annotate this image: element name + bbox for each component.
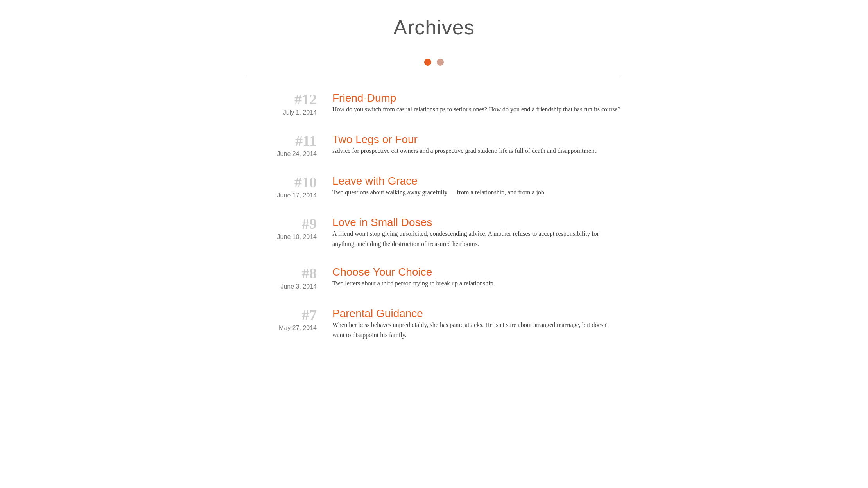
item-left-4: #8 June 3, 2014 [246,266,332,290]
item-number-0: #12 [294,92,317,107]
item-left-0: #12 July 1, 2014 [246,92,332,116]
item-description-2: Two questions about walking away gracefu… [332,187,622,197]
item-right-5: Parental Guidance When her boss behaves … [332,307,622,340]
item-date-4: June 3, 2014 [280,283,317,290]
item-date-0: July 1, 2014 [283,109,317,116]
item-left-5: #7 May 27, 2014 [246,307,332,332]
item-description-4: Two letters about a third person trying … [332,278,622,289]
item-number-3: #9 [302,216,317,231]
item-description-5: When her boss behaves unpredictably, she… [332,320,622,340]
item-date-1: June 24, 2014 [277,151,317,158]
item-right-0: Friend-Dump How do you switch from casua… [332,92,622,115]
item-left-3: #9 June 10, 2014 [246,216,332,240]
item-right-3: Love in Small Doses A friend won't stop … [332,216,622,249]
item-number-4: #8 [302,266,317,281]
item-title-2[interactable]: Leave with Grace [332,175,418,187]
item-number-1: #11 [295,133,317,148]
pagination-dot-2[interactable] [437,59,444,66]
item-right-4: Choose Your Choice Two letters about a t… [332,266,622,289]
item-left-2: #10 June 17, 2014 [246,175,332,199]
pagination-dots [246,51,622,75]
item-right-1: Two Legs or Four Advice for prospective … [332,133,622,156]
item-right-2: Leave with Grace Two questions about wal… [332,175,622,197]
archive-item: #12 July 1, 2014 Friend-Dump How do you … [246,83,622,125]
item-date-3: June 10, 2014 [277,233,317,240]
item-title-5[interactable]: Parental Guidance [332,307,423,319]
item-left-1: #11 June 24, 2014 [246,133,332,158]
item-title-4[interactable]: Choose Your Choice [332,266,432,278]
archive-item: #10 June 17, 2014 Leave with Grace Two q… [246,166,622,208]
item-date-2: June 17, 2014 [277,192,317,199]
item-title-0[interactable]: Friend-Dump [332,92,396,104]
archive-item: #11 June 24, 2014 Two Legs or Four Advic… [246,125,622,166]
archive-list: #12 July 1, 2014 Friend-Dump How do you … [246,83,622,348]
page-title: Archives [246,0,622,51]
section-divider [246,75,622,75]
archive-item: #9 June 10, 2014 Love in Small Doses A f… [246,208,622,257]
item-description-0: How do you switch from casual relationsh… [332,104,622,115]
item-title-3[interactable]: Love in Small Doses [332,216,432,228]
page-container: Archives #12 July 1, 2014 Friend-Dump Ho… [199,0,669,348]
pagination-dot-1[interactable] [424,59,431,66]
item-description-3: A friend won't stop giving unsolicited, … [332,229,622,249]
archive-item: #7 May 27, 2014 Parental Guidance When h… [246,299,622,348]
item-title-1[interactable]: Two Legs or Four [332,133,418,145]
item-number-5: #7 [302,307,317,322]
item-date-5: May 27, 2014 [279,325,317,332]
archive-item: #8 June 3, 2014 Choose Your Choice Two l… [246,257,622,299]
item-description-1: Advice for prospective cat owners and a … [332,146,622,156]
item-number-2: #10 [294,175,317,190]
